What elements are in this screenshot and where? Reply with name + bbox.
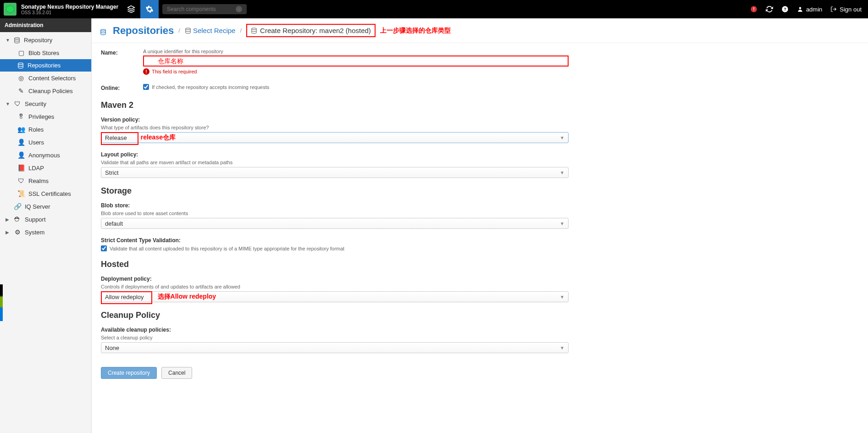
- signout-button[interactable]: Sign out: [828, 4, 864, 15]
- sidebar-item-repository[interactable]: ▼ Repository: [0, 34, 91, 46]
- breadcrumb-sep: /: [178, 27, 180, 34]
- cleanup-help: Select a cleanup policy: [101, 335, 569, 340]
- blob-store-select[interactable]: default ▼: [101, 218, 569, 229]
- nav-label: Content Selectors: [28, 75, 76, 82]
- broom-icon: ✎: [17, 87, 25, 94]
- svg-point-8: [186, 28, 191, 29]
- nav-label: Blob Stores: [28, 50, 59, 56]
- version-policy-label: Version policy:: [101, 117, 569, 123]
- section-storage: Storage: [101, 186, 569, 196]
- nav-label: Users: [28, 139, 44, 146]
- breadcrumb-root[interactable]: Repositories: [100, 25, 174, 37]
- chevron-down-icon: ▼: [560, 135, 564, 140]
- search-input[interactable]: [167, 6, 236, 12]
- caret-down-icon: ▼: [6, 38, 10, 43]
- sidebar-item-roles[interactable]: 👥 Roles: [0, 123, 91, 136]
- admin-heading: Administration: [0, 18, 91, 32]
- section-hosted: Hosted: [101, 260, 569, 269]
- app-header: Sonatype Nexus Repository Manager OSS 3.…: [0, 0, 868, 18]
- sidebar-item-system[interactable]: ▶ ⚙ System: [0, 226, 91, 239]
- nav-tree: ▼ Repository ▢ Blob Stores Repositories …: [0, 32, 91, 433]
- brand-title: Sonatype Nexus Repository Manager: [21, 4, 118, 10]
- sidebar-item-privileges[interactable]: 🎖 Privileges: [0, 110, 91, 123]
- select-value: default: [105, 220, 123, 227]
- sidebar-item-repositories[interactable]: Repositories: [0, 59, 91, 72]
- breadcrumb-step1[interactable]: Select Recipe: [185, 27, 236, 34]
- svg-point-9: [252, 28, 257, 29]
- database-icon: [185, 28, 191, 34]
- cleanup-label: Available cleanup policies:: [101, 327, 569, 333]
- sidebar-item-cleanuppolicies[interactable]: ✎ Cleanup Policies: [0, 84, 91, 97]
- signout-label: Sign out: [840, 6, 862, 13]
- sidebar-item-users[interactable]: 👤 Users: [0, 136, 91, 149]
- deployment-policy-help: Controls if deployments of and updates t…: [101, 284, 569, 289]
- gear-icon: ⚙: [14, 228, 21, 236]
- sidebar-item-sslcerts[interactable]: 📜 SSL Certificates: [0, 187, 91, 200]
- user-menu[interactable]: admin: [794, 4, 825, 15]
- blob-store-help: Blob store used to store asset contents: [101, 211, 569, 216]
- strict-content-help: Validate that all content uploaded to th…: [110, 246, 344, 251]
- brand-subtitle: OSS 3.16.2-01: [21, 10, 118, 15]
- link-icon: 🔗: [14, 203, 21, 210]
- sidebar-item-realms[interactable]: 🛡 Realms: [0, 174, 91, 187]
- cleanup-select[interactable]: None ▼: [101, 342, 569, 353]
- clear-icon[interactable]: ✕: [236, 6, 242, 12]
- section-maven2: Maven 2: [101, 100, 569, 110]
- search-box[interactable]: ✕: [162, 4, 247, 14]
- svg-marker-0: [6, 6, 14, 13]
- deployment-policy-select[interactable]: Allow redeploy 选择Allow redeploy ▼: [101, 291, 569, 302]
- logo-area: Sonatype Nexus Repository Manager OSS 3.…: [0, 3, 122, 16]
- nav-label: Support: [25, 216, 46, 223]
- caret-right-icon: ▶: [6, 217, 10, 222]
- color-bar-decoration: [0, 284, 3, 321]
- breadcrumb-current: Create Repository: maven2 (hosted): [246, 24, 376, 37]
- name-input[interactable]: 仓库名称: [143, 56, 569, 67]
- sidebar-item-iqserver[interactable]: 🔗 IQ Server: [0, 200, 91, 213]
- section-cleanup: Cleanup Policy: [101, 311, 569, 320]
- annotation-version: release仓库: [141, 133, 176, 142]
- online-help: If checked, the repository accepts incom…: [152, 84, 269, 90]
- select-value: Allow redeploy: [105, 294, 144, 300]
- name-error: ! This field is required: [143, 68, 569, 75]
- online-checkbox[interactable]: [143, 84, 149, 90]
- select-value: None: [105, 344, 119, 351]
- chevron-down-icon: ▼: [560, 170, 564, 175]
- strict-content-checkbox[interactable]: [101, 245, 107, 251]
- alert-icon[interactable]: [747, 4, 760, 15]
- online-label: Online:: [101, 84, 143, 91]
- version-policy-select[interactable]: Release release仓库 ▼: [101, 132, 569, 143]
- cube-icon[interactable]: [122, 0, 140, 18]
- svg-text:?: ?: [784, 7, 786, 11]
- refresh-icon[interactable]: [763, 4, 776, 15]
- layout-policy-help: Validate that all paths are maven artifa…: [101, 160, 569, 165]
- content-area: Repositories / Select Recipe / Create Re…: [92, 18, 868, 433]
- target-icon: ◎: [17, 74, 25, 82]
- cancel-button[interactable]: Cancel: [161, 367, 192, 379]
- nav-label: Repositories: [28, 62, 61, 69]
- sidebar-item-support[interactable]: ▶ ⛑ Support: [0, 213, 91, 226]
- sidebar-item-anonymous[interactable]: 👤 Anonymous: [0, 149, 91, 161]
- help-icon[interactable]: ?: [779, 4, 791, 15]
- gear-icon[interactable]: [140, 0, 159, 18]
- users-icon: 👥: [17, 126, 25, 133]
- chevron-down-icon: ▼: [560, 294, 564, 300]
- sidebar-item-security[interactable]: ▼ 🛡 Security: [0, 97, 91, 110]
- caret-right-icon: ▶: [6, 230, 10, 235]
- nav-label: IQ Server: [25, 203, 50, 210]
- nav-label: SSL Certificates: [28, 190, 71, 197]
- strict-content-label: Strict Content Type Validation:: [101, 237, 569, 244]
- nav-label: Repository: [24, 37, 52, 44]
- sidebar-item-ldap[interactable]: 📕 LDAP: [0, 161, 91, 174]
- breadcrumb: Repositories / Select Recipe / Create Re…: [92, 18, 868, 43]
- people-icon: 👤: [17, 139, 25, 146]
- shield-icon: 🛡: [17, 177, 25, 184]
- name-label: Name:: [101, 49, 143, 56]
- create-repository-button[interactable]: Create repository: [101, 367, 157, 379]
- sidebar-item-blobstores[interactable]: ▢ Blob Stores: [0, 46, 91, 59]
- layout-policy-select[interactable]: Strict ▼: [101, 167, 569, 178]
- form: Name: A unique identifier for this repos…: [92, 43, 578, 388]
- username-label: admin: [806, 6, 822, 13]
- svg-point-6: [18, 63, 23, 65]
- sidebar-item-contentselectors[interactable]: ◎ Content Selectors: [0, 72, 91, 84]
- annotation-deployment: 选择Allow redeploy: [158, 293, 216, 301]
